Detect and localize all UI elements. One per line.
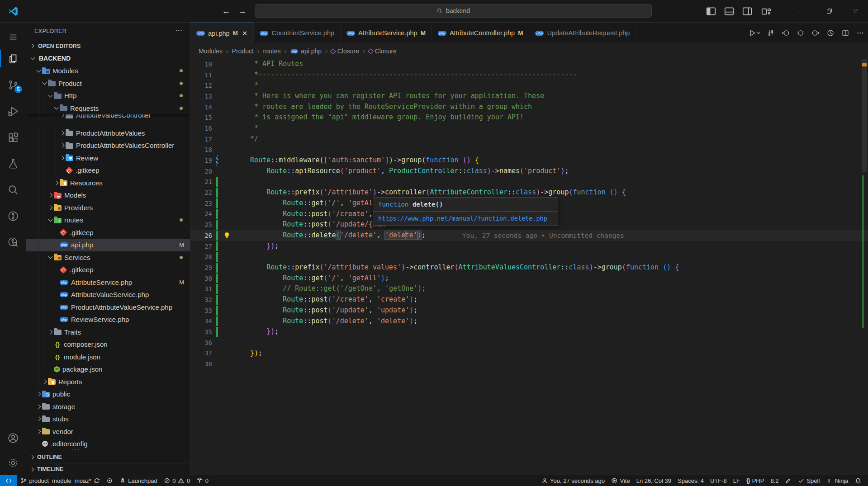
tab-UpdateAttributeRequest.php[interactable]: phpUpdateAttributeRequest.php [529, 23, 636, 43]
toggle-secondary-sidebar-icon[interactable] [741, 5, 753, 17]
line-number[interactable]: 33 [190, 307, 212, 314]
command-center-search[interactable]: backend [255, 4, 652, 18]
code-line-33[interactable]: 33 Route::post('/update', 'update'); [190, 305, 868, 316]
line-number[interactable]: 32 [190, 296, 212, 303]
tree-item-api-php[interactable]: phpapi.phpM [26, 239, 190, 251]
tree-item-package-json[interactable]: JSpackage.json [26, 363, 190, 376]
tree-item-attributevaluescontroller[interactable]: AttributeValuesController [26, 114, 190, 122]
activity-gitlens[interactable] [0, 205, 26, 227]
line-number[interactable]: 30 [190, 275, 212, 282]
edit-tool[interactable] [782, 475, 795, 486]
tree-item-productattributevaluescontroller[interactable]: ProductAttributeValuesController [26, 139, 190, 152]
code-editor[interactable]: 10 * API Routes11 *---------------------… [190, 59, 868, 475]
tab-close-icon[interactable]: ✕ [242, 29, 248, 38]
tree-item-product[interactable]: Product [26, 77, 190, 90]
menu-button[interactable] [0, 26, 26, 48]
launchpad[interactable]: Launchpad [116, 475, 161, 486]
git-branch[interactable]: product_module_moaz* [17, 475, 103, 486]
code-line-13[interactable]: 13 * Here is where you can register API … [190, 91, 868, 102]
account-button[interactable] [0, 427, 26, 449]
tree-item-attributeservice-php[interactable]: phpAttributeService.phpM [26, 276, 190, 289]
code-line-12[interactable]: 12 * [190, 80, 868, 91]
code-line-38[interactable]: 38 [190, 359, 868, 369]
tab-CountriesService.php[interactable]: phpCountriesService.php [254, 23, 341, 43]
breadcrumb-item-closure[interactable]: Closure [331, 47, 359, 55]
tab-api.php[interactable]: phpapi.phpM✕ [190, 23, 254, 43]
line-number[interactable]: 14 [190, 104, 212, 111]
activity-explorer[interactable] [0, 48, 26, 70]
customize-layout-icon[interactable] [760, 5, 772, 17]
activity-search[interactable] [0, 179, 26, 201]
code-line-27[interactable]: 27 }); [190, 241, 868, 252]
line-number[interactable]: 23 [190, 200, 212, 207]
line-number[interactable]: 16 [190, 125, 212, 132]
breadcrumb-item-routes[interactable]: routes [263, 47, 281, 55]
code-line-17[interactable]: 17*/ [190, 134, 868, 145]
code-line-32[interactable]: 32 Route::post('/create', 'create'); [190, 294, 868, 305]
tree-item-reports[interactable]: Reports [26, 376, 190, 388]
code-line-15[interactable]: 15 * is assigned the "api" middleware gr… [190, 112, 868, 123]
tree-item-storage[interactable]: storage [26, 401, 190, 413]
line-number[interactable]: 18 [190, 146, 212, 153]
cursor-position[interactable]: Ln 26, Col 39 [633, 475, 674, 486]
breadcrumb-item-product[interactable]: Product [232, 47, 254, 55]
tree-item-review[interactable]: Review [26, 152, 190, 165]
line-number[interactable]: 17 [190, 136, 212, 143]
code-line-36[interactable]: 36 [190, 337, 868, 348]
line-number[interactable]: 21 [190, 178, 212, 185]
code-line-28[interactable]: 28 [190, 251, 868, 262]
code-line-29[interactable]: 29 Route::prefix('/attribute_values')->c… [190, 262, 868, 273]
toggle-sidebar-icon[interactable] [705, 5, 717, 17]
spell[interactable]: Spell [795, 475, 823, 486]
status-misc[interactable] [103, 475, 116, 486]
nav-forward-arrow[interactable]: → [236, 5, 249, 18]
more-actions-icon[interactable] [856, 29, 864, 37]
line-number[interactable]: 10 [190, 61, 212, 68]
timeline-section[interactable]: TIMELINE [26, 463, 190, 475]
tree-item--gitkeep[interactable]: .gitkeep [26, 264, 190, 276]
activity-extensions[interactable] [0, 127, 26, 148]
indentation[interactable]: Spaces: 4 [674, 475, 707, 486]
line-number[interactable]: 20 [190, 168, 212, 175]
settings-button[interactable] [0, 452, 26, 474]
code-line-37[interactable]: 37}); [190, 348, 868, 359]
code-line-22[interactable]: 22 Route::prefix('/attribute')->controll… [190, 187, 868, 198]
breadcrumb-item-modules[interactable]: Modules [199, 47, 223, 55]
tree-item-providers[interactable]: Providers [26, 202, 190, 214]
line-number[interactable]: 35 [190, 328, 212, 335]
tree-item-productattributevalueservice-php[interactable]: phpProductAttributeValueService.php [26, 301, 190, 314]
code-line-31[interactable]: 31 // Route::get('/getOne', 'getOne'); [190, 283, 868, 294]
code-line-21[interactable]: 21 [190, 177, 868, 188]
activity-testing[interactable] [0, 153, 26, 175]
code-line-26[interactable]: 26 Route::delete('/delete', 'delete');Yo… [190, 230, 868, 241]
code-line-11[interactable]: 11 *------------------------------------… [190, 70, 868, 80]
restore-button[interactable] [820, 3, 838, 19]
tree-item-models[interactable]: Models [26, 189, 190, 202]
tree-item-vendor[interactable]: vendor [26, 425, 190, 438]
outline-section[interactable]: OUTLINE [26, 451, 190, 463]
tree-item-reviewservice-php[interactable]: phpReviewService.php [26, 313, 190, 326]
code-line-18[interactable]: 18 [190, 145, 868, 156]
tree-item-public[interactable]: public [26, 388, 190, 401]
remote-indicator[interactable] [0, 475, 17, 486]
blame[interactable]: You, 27 seconds ago [538, 475, 608, 486]
timeline-clock-icon[interactable] [826, 29, 835, 37]
tree-item-module-json[interactable]: {}module.json [26, 351, 190, 363]
run-file-button[interactable] [748, 29, 760, 37]
activity-gitlens-inspect[interactable] [0, 231, 26, 253]
php-version[interactable]: 8.2 [767, 475, 782, 486]
minimize-button[interactable] [791, 3, 809, 19]
code-line-16[interactable]: 16 * [190, 123, 868, 134]
line-number[interactable]: 11 [190, 71, 212, 79]
tree-item-composer-json[interactable]: {}composer.json [26, 338, 190, 351]
code-line-14[interactable]: 14 * routes are loaded by the RouteServi… [190, 102, 868, 113]
tree-item-requests[interactable]: Requests [26, 102, 190, 115]
code-line-19[interactable]: 19Route::middleware(['auth:sanctum'])->g… [190, 155, 868, 166]
tree-item--editorconfig[interactable]: .editorconfig [26, 438, 190, 450]
tree-item--gitkeep[interactable]: .gitkeep [26, 164, 190, 177]
breadcrumb-item-closure[interactable]: Closure [369, 47, 397, 55]
line-number[interactable]: 38 [190, 360, 212, 368]
line-number[interactable]: 12 [190, 82, 212, 89]
split-editor-icon[interactable] [841, 29, 849, 37]
line-number[interactable]: 34 [190, 317, 212, 325]
